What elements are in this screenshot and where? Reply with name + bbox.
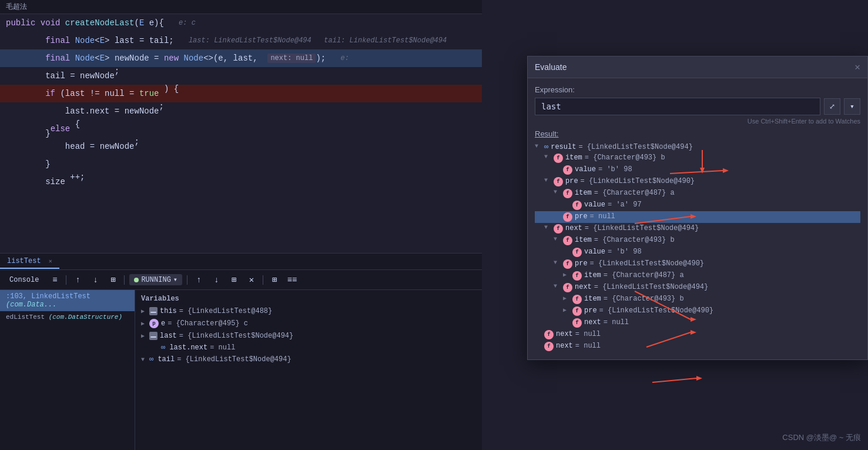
svg-line-8: [652, 378, 696, 382]
eval-row-next-null[interactable]: f next = null: [535, 317, 860, 329]
nav-down-icon[interactable]: ↓: [210, 274, 223, 286]
debug-toolbar: Console ≡ ↑ ↓ ⊞ RUNNING ▾ ↑ ↓ ⊞ ✕ ⊞ ≡≡: [0, 270, 482, 290]
code-line-7: }else {: [0, 120, 482, 138]
expand-tail[interactable]: ▼: [141, 356, 149, 363]
arrow-next1[interactable]: ▼: [544, 224, 554, 231]
val1-icon: f: [563, 165, 572, 175]
arrow-pre1[interactable]: ▼: [544, 177, 554, 184]
evaluate-close-button[interactable]: ✕: [854, 61, 860, 73]
last-var-name: last: [160, 332, 177, 340]
eval-row-fnext2[interactable]: f next = null: [535, 341, 860, 352]
eval-row-fnext1[interactable]: f next = null: [535, 329, 860, 341]
arrow-result[interactable]: ▼: [535, 143, 544, 149]
arrow-item1[interactable]: ▼: [544, 154, 554, 160]
eval-row-item1[interactable]: ▼ f item = {Character@493} b: [535, 152, 860, 164]
var-item-e[interactable]: ▶ p e = {Character@495} c: [135, 317, 482, 330]
code-editor: 毛超法 public void createNodeLast(E e){ e: …: [0, 0, 482, 253]
eval-row-val4[interactable]: ▼ f next = {LinkedListTest$Node@494}: [535, 282, 860, 294]
item3-value: = {Character@493} b: [594, 236, 675, 244]
arrow-item3[interactable]: ▼: [554, 236, 563, 242]
arrow-pre3[interactable]: ▼: [554, 259, 563, 266]
up-icon[interactable]: ↑: [71, 274, 84, 286]
pre3-value: = {LinkedListTest$Node@490}: [590, 259, 704, 268]
list-icon[interactable]: ≡≡: [286, 274, 299, 286]
eval-row-item4[interactable]: ▶ f item = {Character@487} a: [535, 270, 860, 282]
down-icon[interactable]: ↓: [89, 274, 102, 286]
filter-icon[interactable]: ⊞: [106, 274, 119, 286]
next-null-name: next: [584, 318, 601, 326]
item4-icon: f: [572, 271, 582, 281]
eval-row-val2[interactable]: f value = 'a' 97: [535, 199, 860, 211]
expand-e[interactable]: ▶: [141, 320, 149, 327]
svg-marker-9: [696, 376, 702, 381]
eval-row-item2[interactable]: ▼ f item = {Character@487} a: [535, 188, 860, 199]
expression-label: Expression:: [535, 85, 860, 94]
menu-icon[interactable]: ≡: [48, 274, 61, 286]
frame-item-0[interactable]: :103, LinkedListTest (com.Data...: [0, 290, 135, 311]
expand-this[interactable]: ▶: [141, 308, 149, 315]
next1-name: next: [565, 224, 582, 232]
last-icon: ▬▬: [149, 332, 157, 340]
nav-up-icon[interactable]: ↑: [192, 274, 205, 286]
next-null-value: = null: [604, 318, 629, 326]
arrow-item4[interactable]: ▶: [563, 271, 572, 278]
result-name: result: [551, 143, 576, 151]
val2-value: = 'a' 97: [608, 201, 642, 209]
tab-list-test[interactable]: listTest ✕: [0, 255, 59, 269]
pre1-icon: f: [554, 177, 563, 186]
arrow-item2[interactable]: ▼: [554, 189, 563, 195]
expand-last[interactable]: ▶: [141, 332, 149, 339]
tail-var-value: = {LinkedListTest$Node@494}: [177, 355, 291, 364]
arrow-item5[interactable]: ▶: [563, 295, 572, 302]
eval-row-pre3[interactable]: ▼ f pre = {LinkedListTest$Node@490}: [535, 258, 860, 270]
var-item-this[interactable]: ▶ ▬▬ this = {LinkedListTest@488}: [135, 305, 482, 317]
running-label: RUNNING: [141, 276, 170, 284]
variables-panel: Variables ▶ ▬▬ this = {LinkedListTest@48…: [135, 290, 482, 450]
dropdown-button[interactable]: ▾: [844, 98, 860, 115]
dropdown-arrow: ▾: [173, 275, 177, 284]
fnext1-icon: f: [544, 330, 554, 339]
evaluate-header: Evaluate ✕: [528, 56, 867, 78]
separator3: [187, 275, 187, 285]
val2-icon: f: [572, 201, 582, 210]
arrow-pre4[interactable]: ▶: [563, 306, 572, 314]
file-tab-label: 毛超法: [6, 2, 27, 12]
next2-icon: f: [563, 283, 572, 292]
stop-icon[interactable]: ✕: [245, 274, 258, 286]
expression-input[interactable]: [535, 98, 820, 115]
var-item-last[interactable]: ▶ ▬▬ last = {LinkedListTest$Node@494}: [135, 330, 482, 342]
grid-icon[interactable]: ⊞: [268, 274, 281, 286]
eval-row-pre1[interactable]: ▼ f pre = {LinkedListTest$Node@490}: [535, 176, 860, 188]
tab-close-icon[interactable]: ✕: [49, 258, 52, 265]
eval-row-item3[interactable]: ▼ f item = {Character@493} b: [535, 235, 860, 246]
running-dot: [134, 278, 139, 282]
frame-name: :103, LinkedListTest (com.Data...: [6, 292, 129, 309]
this-var-value: = {LinkedListTest@488}: [179, 307, 272, 315]
var-item-tail[interactable]: ▼ ∞ tail = {LinkedListTest$Node@494}: [135, 354, 482, 365]
var-item-last-next[interactable]: ∞ last.next = null: [135, 342, 482, 354]
eval-row-item5[interactable]: ▶ f item = {Character@493} b: [535, 294, 860, 305]
pre3-name: pre: [575, 259, 588, 268]
fnext2-value: = null: [575, 342, 601, 350]
eval-row-result[interactable]: ▼ ∞ result = {LinkedListTest$Node@494}: [535, 142, 860, 152]
last-var-value: = {LinkedListTest$Node@494}: [179, 332, 293, 340]
expression-input-row: ⤢ ▾: [535, 98, 860, 115]
running-status[interactable]: RUNNING ▾: [129, 274, 182, 285]
frame-item-1[interactable]: edListTest (com.DataStructure): [0, 311, 135, 323]
eval-row-pre2-null[interactable]: f pre = null: [535, 211, 860, 223]
arrow-val4[interactable]: ▼: [554, 283, 563, 289]
eval-row-pre4[interactable]: ▶ f pre = {LinkedListTest$Node@490}: [535, 305, 860, 317]
item3-name: item: [575, 236, 592, 244]
last-next-name: last.next: [169, 344, 207, 352]
result-value: = {LinkedListTest$Node@494}: [578, 143, 692, 151]
expand-button[interactable]: ⤢: [824, 98, 840, 115]
pre1-name: pre: [565, 177, 578, 185]
tab-label: listTest: [7, 257, 41, 265]
eval-row-next1[interactable]: ▼ f next = {LinkedListTest$Node@494}: [535, 223, 860, 235]
item4-value: = {Character@487} a: [604, 271, 684, 279]
filter2-icon[interactable]: ⊞: [227, 274, 240, 286]
val3-icon: f: [572, 248, 582, 257]
evaluate-dialog: Evaluate ✕ Expression: ⤢ ▾ Use Ctrl+Shif…: [527, 56, 868, 360]
eval-row-val1[interactable]: f value = 'b' 98: [535, 164, 860, 176]
eval-row-val3[interactable]: f value = 'b' 98: [535, 246, 860, 258]
